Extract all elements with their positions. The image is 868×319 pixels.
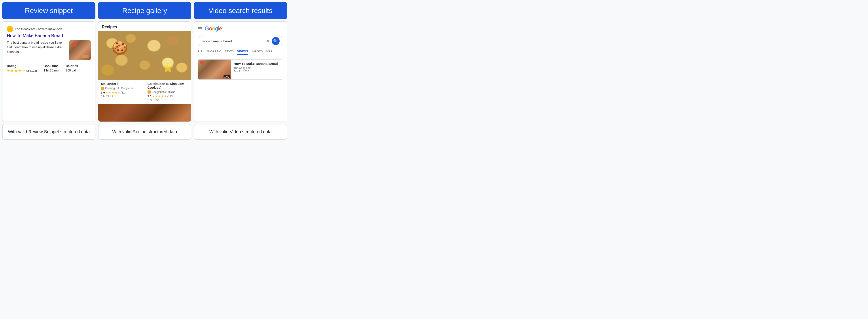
recipe-item-1-star-1: ★ <box>105 91 108 94</box>
video-info: How To Make Banana Bread The Googlebot J… <box>234 60 283 79</box>
star-3: ★ <box>14 69 18 73</box>
review-snippet-card: The Googlebot › how-to-make-ban... How T… <box>2 22 95 122</box>
google-g2: g <box>215 25 218 32</box>
tab-maps[interactable]: MAP... <box>266 50 274 55</box>
review-description: The best banana bread recipe you'll ever… <box>7 40 66 54</box>
google-g: G <box>205 25 209 32</box>
recipe-item-1-name: Mailänderli <box>101 82 142 85</box>
calories-value: 260 cal <box>66 69 78 72</box>
tab-shopping[interactable]: SHOPPING <box>206 50 221 55</box>
recipe-item-2-source: Googlebot's Cuisine <box>152 91 175 94</box>
review-body-row: The best banana bread recipe you'll ever… <box>7 40 91 60</box>
star-2: ★ <box>10 69 14 73</box>
cookies-background <box>98 31 191 80</box>
recipe-item-1[interactable]: Mailänderli Cooking with Googlebot 3.9 ★… <box>98 80 145 104</box>
video-search-card: Google recipe banana bread ✕ 🔍 ALL SHOPP… <box>194 22 287 122</box>
recipe-item-2-stars-row: 5.0 ★ ★ ★ ★ ★ (123) <box>148 95 189 98</box>
google-logo: Google <box>205 25 222 32</box>
review-snippet-bottom-label: With valid Review Snippet structured dat… <box>2 124 95 140</box>
star-half: ☆ <box>22 69 25 73</box>
video-search-column: Video search results Google recipe banan… <box>194 2 287 140</box>
recipe-item-2-source-icon <box>148 91 151 94</box>
recipe-item-2-star-2: ★ <box>155 95 158 98</box>
recipe-item-1-stars-row: 3.9 ★ ★ ★ ★ ★ (11) <box>101 91 142 94</box>
cook-time-value: 1 hr 25 min <box>43 69 59 72</box>
video-thumbnail: 1:02 <box>198 60 231 79</box>
recipe-item-1-star-5: ★ <box>118 91 120 94</box>
recipe-item-1-star-3: ★ <box>112 91 114 94</box>
tab-images[interactable]: IMAGES <box>252 50 263 55</box>
recipe-item-2-source-row: Googlebot's Cuisine <box>148 91 189 94</box>
recipe-gallery-column: Recipe gallery Recipes Mailänderli Cooki… <box>98 2 191 140</box>
recipe-section-title: Recipes <box>98 22 191 31</box>
rating-count: (123) <box>30 69 37 72</box>
recipe-item-1-rating: 3.9 <box>101 91 105 94</box>
search-bar[interactable]: recipe banana bread ✕ 🔍 <box>198 35 283 47</box>
tab-videos[interactable]: VIDEOS <box>237 50 248 55</box>
review-site-row: The Googlebot › how-to-make-ban... <box>7 26 91 32</box>
star-1: ★ <box>7 69 10 73</box>
recipe-gallery-header: Recipe gallery <box>98 2 191 19</box>
calories-stat: Calories 260 cal <box>66 64 78 73</box>
recipe-item-1-star-4: ★ <box>115 91 117 94</box>
hamburger-menu-icon[interactable] <box>198 27 202 30</box>
food-image-placeholder <box>69 40 91 60</box>
tab-news[interactable]: NEWS <box>225 50 234 55</box>
tab-all[interactable]: ALL <box>198 50 203 55</box>
review-snippet-header: Review snippet <box>2 2 95 19</box>
recipe-item-1-time: 1 hr 22 min <box>101 95 142 98</box>
review-food-image <box>69 40 91 60</box>
video-date: Jan 21, 2020 <box>234 70 281 73</box>
hamburger-line-3 <box>198 30 202 30</box>
recipe-item-2-star-5: ★ <box>164 95 167 98</box>
recipe-item-2-star-4: ★ <box>161 95 164 98</box>
search-query-text: recipe banana bread <box>202 39 264 43</box>
video-top-bar: Google <box>198 25 283 32</box>
recipe-item-2[interactable]: Spitzbuben (Swiss Jam Cookies) Googlebot… <box>145 80 191 104</box>
recipe-gallery-bottom-label: With valid Recipe structured data <box>98 124 191 140</box>
recipe-gallery-card: Recipes Mailänderli Cooking with Googleb… <box>98 22 191 122</box>
recipe-item-2-time: 1 hr 8 min <box>148 99 189 102</box>
video-result[interactable]: 1:02 How To Make Banana Bread The Google… <box>198 59 283 80</box>
rating-label: Rating <box>7 64 37 68</box>
recipe-item-1-source-row: Cooking with Googlebot <box>101 87 142 90</box>
google-o1: o <box>209 25 212 32</box>
video-channel: The Googlebot <box>234 66 281 70</box>
recipe-item-1-count: (11) <box>121 91 125 94</box>
review-snippet-title: Review snippet <box>25 7 73 14</box>
rating-stat: Rating ★ ★ ★ ★ ☆ 4.5 (123) <box>7 64 37 73</box>
cook-time-label: Cook time <box>43 64 59 68</box>
video-search-bottom-label: With valid Video structured data <box>194 124 287 140</box>
search-clear-icon[interactable]: ✕ <box>266 39 270 43</box>
recipe-gallery-title: Recipe gallery <box>122 7 167 14</box>
rating-value: 4.5 <box>26 69 30 72</box>
recipe-item-1-source: Cooking with Googlebot <box>105 87 133 90</box>
search-magnifier-icon: 🔍 <box>273 39 278 43</box>
recipe-main-image <box>98 31 191 80</box>
review-snippet-column: Review snippet The Googlebot › how-to-ma… <box>2 2 95 140</box>
hamburger-line-2 <box>198 29 202 29</box>
recipe-item-1-source-icon <box>101 87 104 90</box>
recipe-item-2-rating: 5.0 <box>148 95 152 98</box>
search-button[interactable]: 🔍 <box>272 37 280 45</box>
star-4: ★ <box>18 69 21 73</box>
video-title: How To Make Banana Bread <box>234 62 281 66</box>
recipe-item-1-star-2: ★ <box>108 91 111 94</box>
stars-row: ★ ★ ★ ★ ☆ 4.5 (123) <box>7 69 37 73</box>
video-search-header: Video search results <box>194 2 287 19</box>
recipe-item-2-star-3: ★ <box>158 95 161 98</box>
search-tabs: ALL SHOPPING NEWS VIDEOS IMAGES MAP... <box>198 50 283 56</box>
site-favicon <box>7 26 13 32</box>
video-search-title: Video search results <box>209 7 272 14</box>
google-e: e <box>219 25 222 32</box>
review-title[interactable]: How To Make Banana Bread <box>7 33 91 38</box>
recipe-second-image <box>98 104 191 121</box>
google-o2: o <box>212 25 215 32</box>
video-duration: 1:02 <box>223 75 230 78</box>
recipe-item-2-star-1: ★ <box>152 95 155 98</box>
main-container: Review snippet The Googlebot › how-to-ma… <box>0 0 289 142</box>
site-url: The Googlebot › how-to-make-ban... <box>15 27 65 31</box>
recipe-items-row: Mailänderli Cooking with Googlebot 3.9 ★… <box>98 80 191 104</box>
hamburger-line-1 <box>198 27 202 28</box>
calories-label: Calories <box>66 64 78 68</box>
